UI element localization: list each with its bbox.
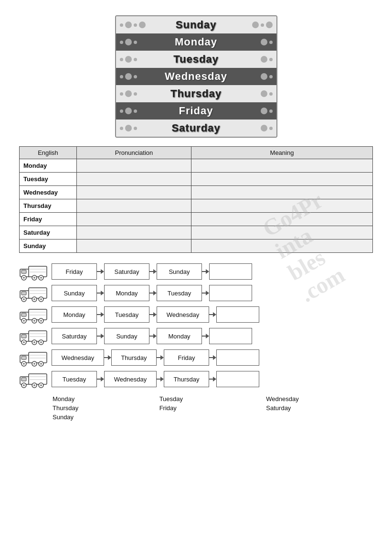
meaning-cell[interactable] [191, 213, 373, 226]
truck-svg [19, 305, 49, 324]
day-box: Tuesday [52, 371, 97, 387]
svg-rect-23 [21, 313, 26, 316]
day-bar-tuesday: Tuesday [116, 51, 276, 68]
pronunciation-cell[interactable] [77, 173, 191, 186]
day-box: Wednesday [104, 371, 157, 387]
train-row: FridaySaturdaySunday [19, 262, 373, 281]
day-box: Saturday [52, 328, 97, 344]
svg-point-17 [23, 298, 25, 300]
train-rows: FridaySaturdaySunday SundayMondayTuesday [19, 262, 373, 388]
truck-svg [19, 327, 49, 345]
truck-icon [19, 348, 49, 367]
day-label: Wednesday [20, 186, 77, 199]
svg-point-10 [40, 277, 42, 279]
dictionary-table: English Pronunciation Meaning Monday Tue… [19, 146, 373, 253]
svg-rect-24 [29, 309, 47, 320]
truck-svg [19, 370, 49, 388]
arrow-connector [97, 269, 104, 274]
svg-point-30 [33, 320, 35, 322]
day-box: Wednesday [157, 306, 209, 323]
meaning-cell[interactable] [191, 239, 373, 253]
day-bar-monday: Monday [116, 33, 276, 51]
day-box: Sunday [104, 328, 149, 344]
svg-point-43 [40, 341, 42, 343]
arrow-connector [157, 377, 164, 381]
day-bar-sunday: Sunday [116, 16, 276, 33]
svg-point-6 [23, 277, 25, 279]
svg-point-61 [23, 384, 25, 386]
svg-point-54 [40, 363, 42, 365]
arrow-connector [149, 334, 157, 338]
svg-point-65 [40, 384, 42, 386]
answer-arrow [209, 355, 216, 360]
svg-rect-35 [29, 331, 47, 341]
word-bank-item: Thursday [53, 404, 159, 412]
train-row: MondayTuesdayWednesday [19, 305, 373, 324]
table-row: Monday [20, 159, 373, 173]
day-label: Thursday [20, 199, 77, 213]
svg-point-41 [33, 341, 35, 343]
arrow-connector [157, 355, 164, 360]
day-bar-friday: Friday [116, 102, 276, 120]
truck-svg [19, 348, 49, 367]
answer-box[interactable] [216, 349, 259, 366]
table-row: Tuesday [20, 173, 373, 186]
day-bar-thursday: Thursday [116, 85, 276, 102]
pronunciation-cell[interactable] [77, 199, 191, 213]
answer-box[interactable] [216, 371, 259, 387]
train-row: WednesdayThursdayFriday [19, 348, 373, 367]
pronunciation-cell[interactable] [77, 226, 191, 239]
day-box: Saturday [104, 263, 149, 280]
train-row: SaturdaySundayMonday [19, 327, 373, 345]
svg-rect-2 [29, 266, 47, 277]
pronunciation-cell[interactable] [77, 159, 191, 173]
svg-rect-12 [21, 292, 26, 295]
table-row: Sunday [20, 239, 373, 253]
arrow-connector [149, 312, 157, 317]
col-pronunciation: Pronunciation [77, 147, 191, 159]
answer-box[interactable] [216, 306, 259, 323]
svg-rect-56 [21, 378, 26, 381]
answer-box[interactable] [209, 328, 252, 344]
word-bank-item [266, 413, 373, 421]
day-box: Wednesday [52, 349, 104, 366]
answer-arrow [209, 377, 216, 381]
meaning-cell[interactable] [191, 199, 373, 213]
answer-box[interactable] [209, 285, 252, 301]
svg-point-32 [40, 320, 42, 322]
arrow-connector [97, 291, 104, 295]
word-bank: MondayTuesdayWednesdayThursdayFridaySatu… [53, 395, 373, 421]
arrow-connector [97, 334, 104, 338]
day-label: Friday [20, 213, 77, 226]
day-box: Sunday [157, 263, 202, 280]
col-english: English [20, 147, 77, 159]
pronunciation-cell[interactable] [77, 239, 191, 253]
svg-point-21 [40, 298, 42, 300]
days-image-block: Sunday Monday Tuesday [115, 15, 277, 138]
arrow-connector [97, 312, 104, 317]
truck-icon [19, 284, 49, 302]
day-box: Thursday [111, 349, 157, 366]
meaning-cell[interactable] [191, 173, 373, 186]
answer-arrow [209, 312, 216, 317]
word-bank-item: Wednesday [266, 395, 373, 403]
day-label: Saturday [20, 226, 77, 239]
table-row: Wednesday [20, 186, 373, 199]
truck-icon [19, 370, 49, 388]
answer-box[interactable] [209, 263, 252, 280]
pronunciation-cell[interactable] [77, 186, 191, 199]
train-row: SundayMondayTuesday [19, 284, 373, 302]
word-bank-item: Tuesday [159, 395, 266, 403]
meaning-cell[interactable] [191, 226, 373, 239]
table-row: Saturday [20, 226, 373, 239]
svg-point-52 [33, 363, 35, 365]
meaning-cell[interactable] [191, 186, 373, 199]
svg-rect-46 [29, 352, 47, 363]
day-box: Friday [164, 349, 209, 366]
svg-rect-57 [29, 374, 47, 384]
svg-point-39 [23, 341, 25, 343]
pronunciation-cell[interactable] [77, 213, 191, 226]
svg-point-50 [23, 363, 25, 365]
meaning-cell[interactable] [191, 159, 373, 173]
table-row: Thursday [20, 199, 373, 213]
